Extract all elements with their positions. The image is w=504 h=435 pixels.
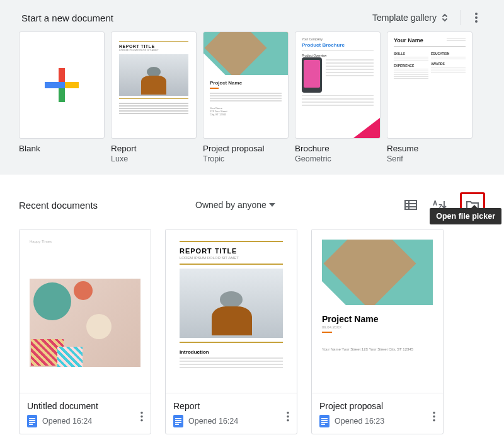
- document-meta: Opened 16:24: [42, 417, 92, 426]
- document-thumbnail: REPORT TITLE LOREM IPSUM DOLOR SIT AMET …: [166, 229, 297, 393]
- thumb-report-title: REPORT TITLE: [180, 247, 283, 255]
- template-gallery-section: Start a new document Template gallery: [0, 0, 504, 175]
- svg-point-2: [475, 20, 478, 23]
- document-footer: Project proposal Opened 16:23: [312, 393, 443, 434]
- template-subtitle: Tropic: [203, 154, 289, 163]
- template-item-brochure: Your Company Product Brochure Product Ov…: [295, 32, 381, 163]
- svg-point-17: [433, 419, 435, 422]
- svg-point-15: [433, 412, 435, 414]
- separator: [461, 10, 461, 25]
- svg-point-16: [433, 415, 435, 418]
- recent-header: Recent documents Owned by anyone AZ: [19, 192, 485, 218]
- template-gallery-button[interactable]: Template gallery: [367, 9, 454, 26]
- more-vert-icon: [287, 412, 289, 422]
- document-meta: Opened 16:24: [188, 417, 238, 426]
- svg-point-10: [140, 415, 143, 418]
- document-thumbnail: Happy Times: [20, 229, 151, 393]
- document-meta: Opened 16:23: [335, 417, 384, 426]
- document-more-button[interactable]: [430, 409, 438, 424]
- svg-point-13: [287, 415, 289, 418]
- template-title: Blank: [19, 144, 105, 153]
- document-more-button[interactable]: [284, 409, 292, 424]
- template-item-blank: Blank: [19, 32, 105, 163]
- svg-point-1: [475, 16, 478, 19]
- plus-icon: [45, 68, 79, 102]
- template-header: Start a new document Template gallery: [19, 9, 485, 26]
- svg-point-12: [287, 412, 289, 414]
- list-view-icon: [404, 200, 417, 210]
- template-subtitle: Geometric: [295, 154, 381, 163]
- recent-documents-section: Recent documents Owned by anyone AZ: [19, 175, 485, 434]
- document-thumbnail: Project Name 09.04.20XX Your Name Your S…: [312, 229, 443, 393]
- thumb-project-date: 09.04.20XX: [322, 325, 433, 329]
- thumb-project-title: Project Name: [322, 314, 433, 324]
- thumb-brochure-company: Your Company: [295, 37, 380, 41]
- google-docs-icon: [27, 415, 37, 427]
- template-item-report: REPORT TITLE LOREM IPSUM DOLOR SIT AMET …: [111, 32, 197, 163]
- owner-filter-dropdown[interactable]: Owned by anyone: [195, 200, 275, 210]
- more-vert-icon: [140, 412, 143, 422]
- open-file-picker-tooltip: Open file picker: [430, 208, 501, 224]
- svg-point-9: [140, 412, 143, 414]
- unfold-icon: [440, 13, 449, 23]
- template-gallery-label: Template gallery: [372, 13, 437, 23]
- svg-text:A: A: [433, 200, 437, 207]
- thumb-resume-name: Your Name: [394, 37, 423, 44]
- thumb-project-footer: Your Name Your Street 123 Your Street Ci…: [322, 347, 433, 353]
- template-title: Resume: [387, 144, 472, 153]
- template-subtitle: Luxe: [111, 154, 197, 163]
- template-thumb-resume[interactable]: Your Name SKILLS EXPERIENCE EDUCATION: [387, 32, 472, 139]
- document-footer: Report Opened 16:24: [166, 393, 297, 434]
- document-grid: Happy Times Untitled document Opened 16:…: [19, 229, 485, 434]
- document-title: Untitled document: [27, 401, 143, 411]
- more-vert-icon: [475, 13, 478, 23]
- svg-rect-3: [405, 200, 416, 209]
- template-item-project-proposal: Project Name Your Name123 Your StreetCit…: [203, 32, 289, 163]
- start-new-document-heading: Start a new document: [21, 13, 113, 23]
- document-title: Project proposal: [319, 401, 435, 411]
- dropdown-icon: [269, 203, 275, 207]
- template-thumb-brochure[interactable]: Your Company Product Brochure Product Ov…: [295, 32, 381, 139]
- document-footer: Untitled document Opened 16:24: [20, 393, 151, 434]
- svg-point-0: [475, 13, 478, 15]
- thumb-project-title: Project Name: [210, 80, 282, 86]
- document-title: Report: [173, 401, 289, 411]
- svg-point-11: [140, 419, 143, 422]
- document-card[interactable]: REPORT TITLE LOREM IPSUM DOLOR SIT AMET …: [165, 229, 297, 434]
- recent-heading: Recent documents: [19, 200, 98, 211]
- owner-filter-label: Owned by anyone: [195, 200, 266, 210]
- template-row: Blank REPORT TITLE LOREM IPSUM DOLOR SIT…: [19, 32, 485, 163]
- thumb-report-intro: Introduction: [180, 349, 283, 355]
- svg-point-14: [287, 419, 289, 422]
- template-title: Brochure: [295, 144, 381, 153]
- thumb-report-sub: LOREM IPSUM DOLOR SIT AMET: [180, 256, 283, 260]
- template-subtitle: Serif: [387, 154, 472, 163]
- list-view-button[interactable]: [402, 196, 420, 214]
- template-more-button[interactable]: [467, 9, 485, 26]
- document-more-button[interactable]: [138, 409, 146, 424]
- template-item-resume: Your Name SKILLS EXPERIENCE EDUCATION: [387, 32, 472, 163]
- template-title: Report: [111, 144, 197, 153]
- template-thumb-project-proposal[interactable]: Project Name Your Name123 Your StreetCit…: [203, 32, 289, 139]
- template-thumb-report[interactable]: REPORT TITLE LOREM IPSUM DOLOR SIT AMET: [111, 32, 197, 139]
- thumb-caption: Happy Times: [30, 240, 140, 243]
- thumb-report-sub: LOREM IPSUM DOLOR SIT AMET: [119, 49, 188, 52]
- document-card[interactable]: Happy Times Untitled document Opened 16:…: [19, 229, 151, 434]
- template-title: Project proposal: [203, 144, 289, 153]
- google-docs-icon: [173, 415, 183, 427]
- google-docs-icon: [319, 415, 329, 427]
- thumb-report-title: REPORT TITLE: [119, 44, 188, 49]
- document-card[interactable]: Project Name 09.04.20XX Your Name Your S…: [311, 229, 444, 434]
- more-vert-icon: [433, 412, 435, 422]
- template-thumb-blank[interactable]: [19, 32, 105, 139]
- thumb-brochure-product: Product Brochure: [302, 42, 374, 48]
